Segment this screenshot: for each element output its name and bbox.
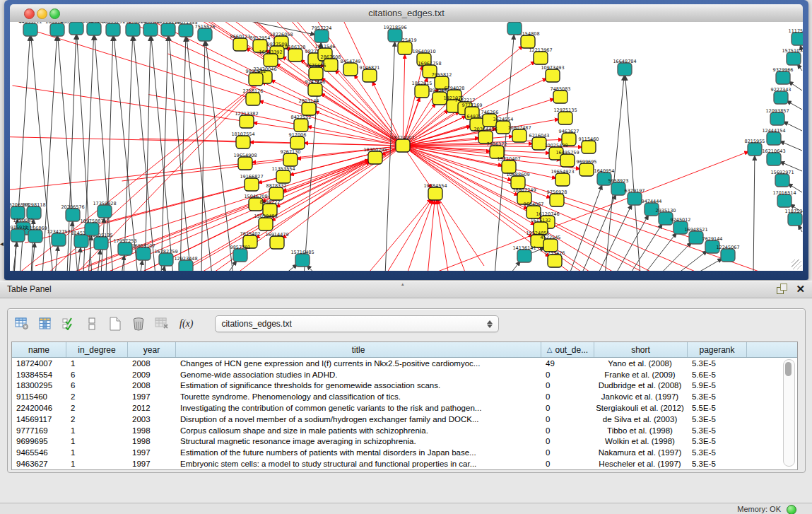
window-titlebar[interactable]: citations_edges.txt [10,4,803,23]
graph-node[interactable]: 12342757 [47,229,70,247]
table-row[interactable]: 1872400712008Changes of HCN gene express… [12,358,797,369]
graph-node[interactable]: 8186328 [286,45,306,62]
graph-node[interactable]: 1117534 [789,28,803,46]
delete-table-icon[interactable] [153,315,170,333]
graph-node[interactable]: 2718126 [243,88,264,106]
graph-node[interactable]: 4522545 [541,235,561,252]
graph-node[interactable]: 8660123 [230,34,251,52]
table-cell[interactable]: 2 [66,415,128,424]
table-cell[interactable]: Yano et al. (2008) [594,359,688,368]
column-header-year[interactable]: year [128,342,176,357]
table-cell[interactable]: 19384554 [12,370,66,379]
table-cell[interactable]: Embryonic stem cells: a model to study s… [176,460,541,468]
table-row[interactable]: 1456911722003Disruption of a novel membe… [12,414,797,425]
float-window-icon[interactable] [777,284,787,294]
table-cell[interactable]: 5.3E-5 [688,448,747,457]
table-cell[interactable]: 1998 [128,437,176,445]
column-header-title[interactable]: title [176,342,541,357]
table-cell[interactable]: 5.3E-5 [688,392,747,401]
panel-collapse-arrow-icon[interactable]: ◂ [0,240,4,247]
scrollbar-thumb[interactable] [785,362,792,376]
graph-node[interactable]: 8878332 [266,183,287,201]
graph-node[interactable]: 19654923 [551,169,574,187]
table-cell[interactable]: 9115460 [12,392,66,401]
table-row[interactable]: 946554611997Estimation of the future num… [12,447,797,458]
table-cell[interactable]: Corpus callosum shape and size in male p… [176,426,541,435]
table-cell[interactable]: Jankovic et al. (1997) [594,392,688,401]
graph-node[interactable]: 12975135 [553,107,577,125]
table-cell[interactable]: 14569117 [12,415,66,424]
graph-node[interactable]: 9242848 [305,79,326,97]
table-cell[interactable]: Dudbridge et al. (2008) [594,381,688,390]
table-cell[interactable]: 2009 [128,370,176,379]
table-cell[interactable]: 5.3E-5 [688,359,747,368]
table-cell[interactable]: 0 [541,437,594,445]
graph-node[interactable]: 10807487 [507,125,531,143]
table-cell[interactable]: 1998 [128,426,176,435]
column-header-short[interactable]: short [594,342,688,357]
column-header-in_degree[interactable]: in_degree [66,342,128,357]
table-cell[interactable]: 5.3E-5 [688,415,747,424]
table-cell[interactable]: 0 [541,404,594,412]
table-cell[interactable]: de Silva et al. (2003) [594,415,688,424]
graph-node[interactable]: 15720407 [497,156,520,174]
graph-node[interactable]: 20891406 [45,22,69,36]
graph-node[interactable]: 2667602 [505,22,525,35]
graph-node[interactable]: 9857791 [230,245,251,262]
graph-node[interactable]: 15692971 [770,170,794,187]
network-canvas[interactable]: 8660123891295418226058982750916543392818… [10,22,803,271]
table-row[interactable]: 911546021997Tourette syndrome. Phenomeno… [12,391,797,402]
table-cell[interactable]: 9465546 [12,448,66,457]
table-cell[interactable]: Tibbo et al. (1998) [594,426,688,435]
graph-node[interactable]: 12213382 [235,111,258,129]
graph-node[interactable]: 2803144 [299,98,319,116]
table-cell[interactable]: Genome-wide association studies in ADHD. [176,370,541,379]
table-panel-header[interactable]: ▴ Table Panel ✕ [0,281,812,298]
table-cell[interactable]: 5.6E-5 [688,370,747,379]
table-cell[interactable]: Hescheler et al. (1997) [594,460,688,468]
table-cell[interactable]: 1997 [128,392,176,401]
graph-node[interactable]: 19654908 [233,153,257,170]
graph-node[interactable]: 12245067 [716,245,739,262]
splitter-handle-icon[interactable]: ▴ [401,281,404,287]
graph-node[interactable]: 10653257 [101,22,124,36]
show-columns-icon[interactable] [37,315,54,333]
table-cell[interactable]: 5.3E-5 [688,426,747,435]
row-height-icon[interactable] [83,315,100,333]
vertical-scrollbar[interactable] [783,359,795,467]
table-row[interactable]: 977716911998Corpus callosum shape and si… [12,425,797,436]
graph-node[interactable]: 18107554 [231,132,254,149]
table-cell[interactable]: 22420046 [12,404,66,412]
table-cell[interactable]: Estimation of the future numbers of pati… [176,448,541,457]
table-cell[interactable]: 5.3E-5 [688,460,747,468]
table-cell[interactable]: 5.5E-5 [688,404,747,412]
table-cell[interactable]: Investigating the contribution of common… [176,404,541,412]
table-cell[interactable]: Franke et al. (2009) [594,370,688,379]
graph-node[interactable]: 15751074 [782,48,803,66]
graph-node[interactable]: 1733426 [545,250,565,268]
graph-node[interactable]: 15039489 [254,214,277,231]
table-cell[interactable]: Stergiakouli et al. (2012) [594,404,688,412]
table-cell[interactable]: 2 [66,392,128,401]
resize-grip-icon[interactable] [792,259,801,269]
table-cell[interactable]: Estimation of significance thresholds fo… [176,381,541,390]
table-cell[interactable]: 1 [66,460,128,468]
graph-node[interactable]: 7485083 [551,86,571,104]
table-cell[interactable]: 6 [66,381,128,390]
graph-node[interactable]: 17359928 [93,201,116,218]
table-cell[interactable]: 18300295 [12,381,66,390]
graph-node[interactable]: 9890612 [246,69,266,86]
graph-node[interactable]: 17016514 [772,190,796,208]
graph-node[interactable]: 9756928 [547,189,567,207]
memory-status-icon[interactable] [787,505,796,514]
function-builder-icon[interactable]: f(x) [180,318,193,329]
table-row[interactable]: 969969511998Structural magnetic resonanc… [12,436,797,448]
graph-node[interactable]: 19384554 [423,183,447,201]
table-cell[interactable]: 0 [541,392,594,401]
table-cell[interactable]: 6 [66,370,128,379]
table-cell[interactable]: 2003 [128,415,176,424]
table-cell[interactable]: 1 [66,448,128,457]
table-cell[interactable]: 5.3E-5 [688,437,747,445]
column-header-name[interactable]: name [12,342,66,357]
graph-node[interactable]: 15716485 [290,250,314,267]
